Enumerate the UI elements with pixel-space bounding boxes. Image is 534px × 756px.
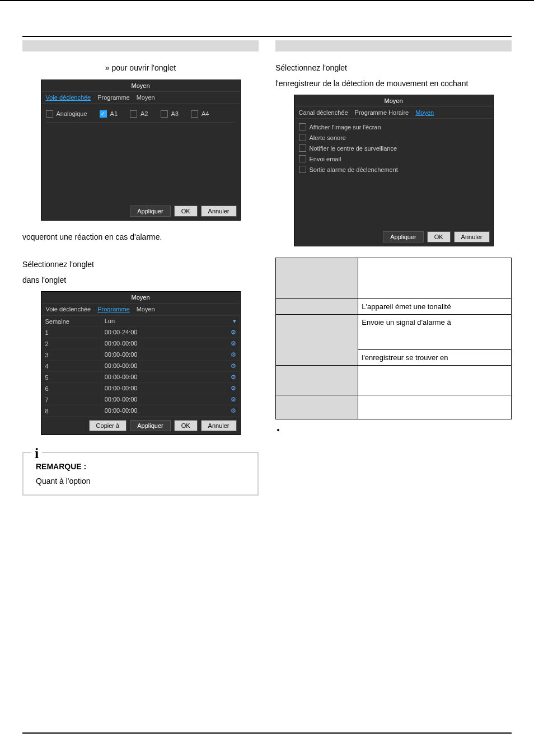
tab-programme[interactable]: Programme Horaire — [355, 109, 409, 116]
tab-trigger-channel[interactable]: Voie déclenchée — [46, 306, 91, 312]
checkbox-notify-center[interactable]: Notifier le centre de surveillance — [299, 144, 489, 152]
info-icon: i — [31, 445, 42, 462]
gear-icon[interactable]: ⚙ — [231, 362, 236, 370]
gear-icon[interactable]: ⚙ — [231, 407, 236, 414]
checkbox-audible-warning[interactable]: Alerte sonore — [299, 134, 489, 141]
left-line-2: voqueront une réaction en cas d'alarme. — [22, 232, 259, 243]
cancel-button[interactable]: Annuler — [201, 420, 237, 431]
cancel-button[interactable]: Annuler — [201, 206, 237, 217]
table-row — [276, 366, 512, 395]
grey-placeholder — [22, 40, 259, 52]
left-column: » pour ouvrir l'onglet Moyen Voie déclen… — [22, 40, 259, 496]
tab-moyen[interactable]: Moyen — [137, 94, 155, 101]
right-line-1: Sélectionnez l'onglet — [275, 63, 512, 74]
table-row: 500:00-00:00⚙ — [41, 372, 240, 383]
note-title: REMARQUE : — [36, 462, 245, 471]
panel-title: Moyen — [41, 292, 240, 304]
right-column: Sélectionnez l'onglet l'enregistreur de … — [275, 40, 512, 496]
gear-icon[interactable]: ⚙ — [231, 374, 236, 381]
day-select[interactable]: Lun▾ — [101, 316, 240, 327]
gear-icon[interactable]: ⚙ — [231, 329, 236, 336]
figure-linkage-actions: Moyen Canal déclenchée Programme Horaire… — [294, 95, 494, 246]
checkbox-trigger-alarm-output[interactable]: Sortie alarme de déclenchement — [299, 166, 489, 173]
gear-icon[interactable]: ⚙ — [231, 351, 236, 358]
left-line-3: Sélectionnez l'onglet — [22, 259, 259, 270]
checkbox-a4[interactable]: A4 — [191, 110, 209, 118]
figure-schedule: Moyen Voie déclenchée Programme Moyen Se… — [41, 291, 241, 435]
gear-icon[interactable]: ⚙ — [231, 396, 236, 403]
copy-button[interactable]: Copier à — [89, 420, 127, 431]
table-row: 300:00-00:00⚙ — [41, 349, 240, 361]
tab-programme[interactable]: Programme — [97, 94, 129, 101]
table-row: L'appareil émet une tonalité — [276, 299, 512, 315]
ok-button[interactable]: OK — [174, 420, 198, 431]
table-row: 400:00-00:00⚙ — [41, 361, 240, 372]
panel-tabs: Voie déclenchée Programme Moyen — [41, 92, 240, 104]
gear-icon[interactable]: ⚙ — [231, 385, 236, 392]
left-line-4: dans l'onglet — [22, 275, 259, 286]
table-row — [276, 258, 512, 299]
panel-tabs: Canal déclenchée Programme Horaire Moyen — [294, 107, 493, 119]
checkbox-analogique[interactable]: Analogique — [46, 110, 87, 118]
tab-moyen[interactable]: Moyen — [137, 306, 155, 312]
left-line-1: » pour ouvrir l'onglet — [22, 63, 259, 74]
tab-moyen[interactable]: Moyen — [415, 109, 434, 116]
table-row — [276, 395, 512, 419]
checkbox-send-email[interactable]: Envoi email — [299, 155, 489, 162]
cancel-button[interactable]: Annuler — [454, 231, 490, 242]
linkage-description-table: L'appareil émet une tonalité Envoie un s… — [275, 258, 512, 419]
tab-programme[interactable]: Programme — [97, 306, 129, 312]
gear-icon[interactable]: ⚙ — [231, 340, 236, 347]
ok-button[interactable]: OK — [427, 231, 451, 242]
table-row: Envoie un signal d'alarme à — [276, 315, 512, 350]
apply-button[interactable]: Appliquer — [383, 231, 423, 242]
tab-trigger-channel[interactable]: Canal déclenchée — [299, 109, 348, 116]
bullet-list — [275, 425, 512, 434]
checkbox-a3[interactable]: A3 — [161, 110, 179, 118]
table-row: 600:00-00:00⚙ — [41, 383, 240, 394]
table-row: 700:00-00:00⚙ — [41, 394, 240, 405]
table-row: 100:00-24:00⚙ — [41, 327, 240, 338]
tab-trigger-channel[interactable]: Voie déclenchée — [46, 94, 91, 101]
panel-title: Moyen — [41, 80, 240, 92]
note-box: i REMARQUE : Quant à l'option — [22, 452, 259, 496]
checkbox-a1[interactable]: ✓A1 — [100, 110, 118, 118]
note-body: Quant à l'option — [36, 477, 245, 486]
ok-button[interactable]: OK — [174, 206, 198, 217]
table-row: 200:00-00:00⚙ — [41, 338, 240, 349]
figure-trigger-channel: Moyen Voie déclenchée Programme Moyen An… — [41, 80, 241, 221]
apply-button[interactable]: Appliquer — [130, 420, 170, 431]
panel-tabs: Voie déclenchée Programme Moyen — [41, 304, 240, 315]
right-line-2: l'enregistreur de la détection de mouvem… — [275, 78, 512, 90]
apply-button[interactable]: Appliquer — [130, 206, 170, 217]
checkbox-a2[interactable]: A2 — [130, 110, 148, 118]
chevron-down-icon: ▾ — [233, 318, 236, 325]
table-row: 800:00-00:00⚙ — [41, 405, 240, 417]
panel-title: Moyen — [294, 95, 493, 107]
checkbox-full-screen[interactable]: Afficher l'image sur l'écran — [299, 123, 489, 130]
grey-placeholder — [275, 40, 512, 52]
schedule-table: SemaineLun▾ 100:00-24:00⚙ 200:00-00:00⚙ … — [41, 315, 240, 417]
